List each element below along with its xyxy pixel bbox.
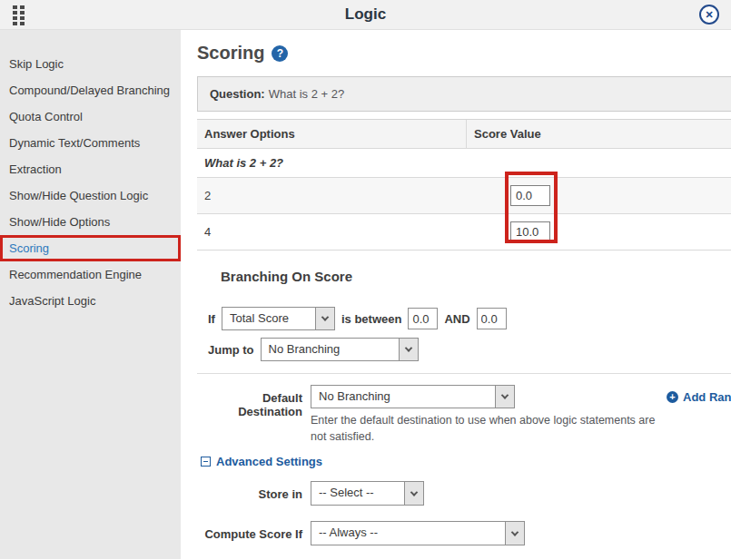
column-header-score-value: Score Value — [467, 120, 731, 148]
sidebar-item-show-hide-options[interactable]: Show/Hide Options — [0, 209, 181, 235]
jump-destination-select[interactable]: No Branching — [261, 338, 419, 361]
default-destination-label: Default Destination — [197, 385, 302, 445]
jump-to-row: Jump to No Branching — [208, 338, 731, 361]
add-range-button[interactable]: + Add Range — [667, 385, 731, 404]
question-group-row: What is 2 + 2? — [197, 149, 731, 178]
default-destination-row: Default Destination No Branching Enter t… — [197, 385, 731, 445]
compute-score-if-row: Compute Score If -- Always -- — [197, 521, 731, 545]
answer-option-label: 2 — [197, 182, 467, 210]
sidebar-item-extraction[interactable]: Extraction — [0, 156, 181, 182]
answer-option-label: 4 — [197, 218, 467, 246]
column-header-answer-options: Answer Options — [197, 120, 467, 148]
is-between-label: is between — [341, 312, 401, 326]
and-label: AND — [444, 312, 469, 326]
default-destination-select[interactable]: No Branching — [311, 385, 515, 408]
question-group-label: What is 2 + 2? — [197, 149, 467, 177]
store-in-row: Store in -- Select -- — [197, 481, 731, 506]
sidebar-item-recommendation-engine[interactable]: Recommendation Engine — [0, 261, 181, 288]
range-from-input[interactable] — [408, 308, 438, 329]
store-in-select[interactable]: -- Select -- — [311, 481, 424, 506]
answer-options-table: Answer Options Score Value What is 2 + 2… — [197, 119, 731, 251]
compute-score-if-select[interactable]: -- Always -- — [311, 521, 525, 545]
scoring-panel: Scoring ? Question:What is 2 + 2? Answer… — [181, 30, 731, 559]
drag-handle-icon[interactable] — [13, 5, 25, 25]
chevron-down-icon — [399, 339, 418, 360]
add-range-label: Add Range — [683, 390, 731, 404]
range-to-input[interactable] — [477, 308, 507, 329]
section-divider — [197, 373, 731, 374]
table-row: 4 — [197, 214, 731, 251]
if-label: If — [208, 312, 215, 326]
advanced-settings-label: Advanced Settings — [216, 455, 322, 468]
default-destination-help-text: Enter the default destination to use whe… — [311, 412, 667, 445]
question-summary: Question:What is 2 + 2? — [197, 76, 731, 112]
sidebar-item-javascript-logic[interactable]: JavaScript Logic — [0, 288, 181, 314]
help-icon[interactable]: ? — [272, 45, 288, 62]
chevron-down-icon — [315, 308, 334, 329]
store-in-label: Store in — [197, 481, 302, 506]
plus-icon: + — [667, 391, 678, 403]
advanced-settings-toggle[interactable]: Advanced Settings — [201, 455, 731, 468]
chevron-down-icon — [495, 386, 514, 408]
sidebar-item-scoring[interactable]: Scoring — [0, 235, 181, 261]
sidebar-item-quota-control[interactable]: Quota Control — [0, 103, 181, 130]
table-row: 2 — [197, 178, 731, 214]
logic-sidebar: Skip Logic Compound/Delayed Branching Qu… — [0, 30, 181, 559]
branching-on-score-title: Branching On Score — [221, 269, 731, 284]
collapse-icon — [201, 457, 211, 467]
branching-rule-rows: If Total Score is between AND Jump to No… — [208, 307, 731, 361]
score-source-select[interactable]: Total Score — [222, 307, 335, 330]
sidebar-item-skip-logic[interactable]: Skip Logic — [0, 51, 181, 77]
dialog-title: Logic — [0, 5, 731, 24]
question-label: Question: — [210, 87, 265, 101]
if-condition-row: If Total Score is between AND — [208, 307, 731, 330]
compute-score-if-label: Compute Score If — [197, 521, 302, 545]
page-title: Scoring ? — [197, 43, 731, 64]
score-value-input[interactable] — [510, 221, 550, 242]
question-text: What is 2 + 2? — [269, 87, 344, 101]
close-icon[interactable]: ✕ — [699, 5, 719, 25]
chevron-down-icon — [404, 482, 423, 505]
table-header-row: Answer Options Score Value — [197, 120, 731, 149]
dialog-header: Logic ✕ — [0, 0, 731, 30]
sidebar-item-show-hide-question-logic[interactable]: Show/Hide Question Logic — [0, 182, 181, 209]
sidebar-item-dynamic-text-comments[interactable]: Dynamic Text/Comments — [0, 130, 181, 156]
page-title-text: Scoring — [197, 43, 264, 64]
score-value-input[interactable] — [510, 185, 550, 206]
jump-to-label: Jump to — [208, 343, 254, 357]
sidebar-item-compound-delayed-branching[interactable]: Compound/Delayed Branching — [0, 77, 181, 103]
chevron-down-icon — [505, 522, 524, 545]
